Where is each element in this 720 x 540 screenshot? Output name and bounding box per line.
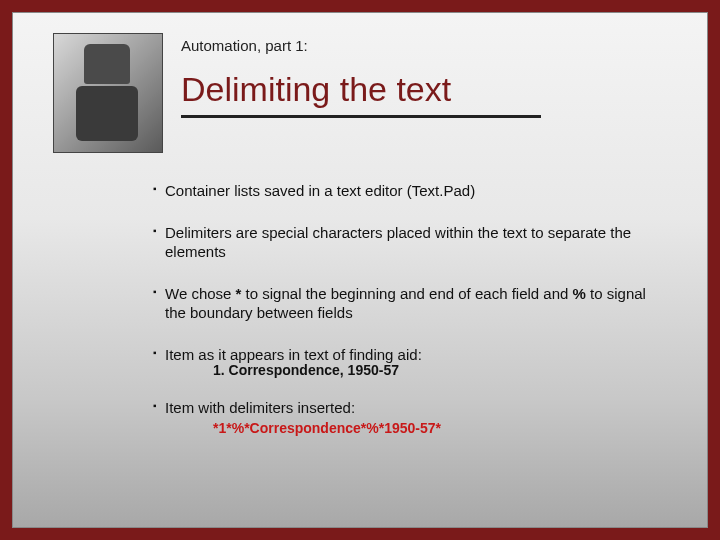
slide-body: Automation, part 1: Delimiting the text … (12, 12, 708, 528)
example-plain: 1. Correspondence, 1950-57 (213, 362, 667, 378)
robot-image (53, 33, 163, 153)
bullet-text: We chose (165, 285, 236, 302)
title-block: Automation, part 1: Delimiting the text (181, 33, 667, 118)
slide-frame: Automation, part 1: Delimiting the text … (0, 0, 720, 540)
bullet-item: Delimiters are special characters placed… (153, 223, 667, 262)
bullet-item: Item as it appears in text of finding ai… (153, 345, 667, 365)
bullet-text: to signal the beginning and end of each … (241, 285, 572, 302)
bullet-item: Container lists saved in a text editor (… (153, 181, 667, 201)
bullet-item: Item with delimiters inserted: (153, 398, 667, 418)
bullet-item: We chose * to signal the beginning and e… (153, 284, 667, 323)
slide-subtitle: Automation, part 1: (181, 37, 667, 54)
content-area: Container lists saved in a text editor (… (153, 181, 667, 436)
slide-title: Delimiting the text (181, 70, 541, 118)
example-delimited: *1*%*Correspondence*%*1950-57* (213, 420, 667, 436)
header-row: Automation, part 1: Delimiting the text (53, 33, 667, 153)
percent-symbol: % (573, 285, 586, 302)
